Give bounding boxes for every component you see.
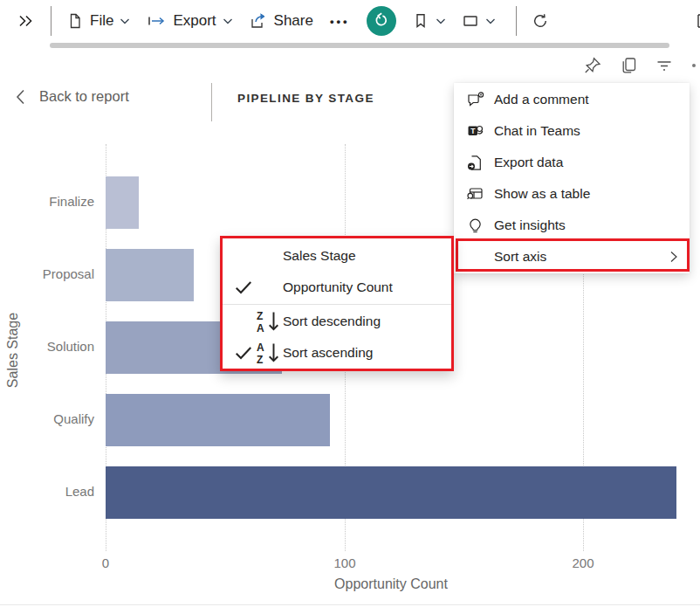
collapse-toolbar-button[interactable]	[9, 7, 44, 35]
back-to-report-label: Back to report	[39, 88, 129, 105]
double-chevron-right-icon	[17, 12, 35, 30]
svg-text:Z: Z	[257, 354, 263, 366]
clipped-more-options-icon[interactable]	[692, 64, 696, 67]
focus-mode-header: Back to report PIPELINE BY STAGE	[0, 83, 454, 123]
top-toolbar: File Export Share •••	[0, 0, 700, 42]
bookmark-icon	[412, 12, 429, 30]
reset-arrow-icon	[373, 12, 390, 30]
clipped-toolbar-icon[interactable]	[693, 12, 700, 30]
document-icon	[66, 12, 84, 30]
export-data-icon	[466, 154, 484, 172]
header-divider	[211, 83, 212, 121]
svg-text:A: A	[257, 341, 264, 354]
menu-item-label: Get insights	[494, 217, 566, 233]
comment-at-icon	[466, 91, 484, 109]
share-icon	[249, 12, 268, 30]
copy-visual-icon[interactable]	[619, 56, 638, 75]
bookmarks-button[interactable]	[404, 7, 454, 35]
y-axis-category-label: Solution	[0, 339, 94, 354]
menu-item-label: Export data	[494, 155, 563, 170]
submenu-item-sort-descending[interactable]: Z A Sort descending	[223, 306, 451, 337]
reset-to-default-button[interactable]	[367, 6, 396, 36]
x-axis-tick-label: 100	[327, 555, 362, 570]
menu-item-show-as-table[interactable]: Show as a table	[454, 178, 690, 210]
x-axis-title: Opportunity Count	[106, 576, 676, 592]
teams-icon: T	[466, 122, 484, 141]
menu-item-get-insights[interactable]: Get insights	[454, 210, 690, 241]
submenu-item-sales-stage[interactable]: Sales Stage	[223, 240, 451, 272]
chevron-down-icon	[120, 17, 130, 25]
x-axis-tick-label: 200	[566, 555, 600, 570]
share-button[interactable]: Share	[241, 7, 321, 35]
visual-title: PIPELINE BY STAGE	[237, 92, 374, 105]
submenu-item-label: Sort ascending	[283, 345, 373, 361]
pin-icon[interactable]	[583, 56, 602, 75]
chevron-right-icon	[667, 250, 681, 264]
visual-context-menu: Add a comment T Chat in Teams Export dat…	[454, 83, 690, 273]
export-arrow-icon	[146, 12, 167, 30]
more-options-button[interactable]: •••	[321, 10, 359, 33]
submenu-item-label: Sales Stage	[283, 248, 356, 264]
file-menu-label: File	[90, 12, 113, 30]
menu-item-export-data[interactable]: Export data	[454, 147, 690, 178]
y-axis-category-label: Lead	[0, 484, 94, 499]
export-menu-label: Export	[173, 12, 216, 30]
bar-proposal[interactable]	[106, 249, 194, 301]
bar-qualify[interactable]	[106, 394, 330, 446]
refresh-icon	[532, 12, 549, 30]
chevron-down-icon	[223, 17, 233, 25]
svg-text:A: A	[257, 322, 264, 335]
back-to-report-button[interactable]: Back to report	[16, 88, 129, 105]
toolbar-divider	[51, 6, 51, 36]
submenu-item-opportunity-count[interactable]: Opportunity Count	[223, 272, 451, 303]
submenu-item-label: Opportunity Count	[283, 279, 393, 295]
menu-item-chat-in-teams[interactable]: T Chat in Teams	[454, 115, 690, 147]
sort-descending-icon: Z A	[254, 308, 283, 335]
submenu-divider	[223, 304, 451, 305]
bar-finalize[interactable]	[106, 176, 139, 229]
visual-action-bar	[583, 56, 674, 75]
refresh-button[interactable]	[524, 7, 557, 35]
share-label: Share	[274, 12, 313, 30]
view-button[interactable]	[454, 7, 504, 35]
y-axis-category-label: Qualify	[0, 411, 94, 426]
file-menu-button[interactable]: File	[58, 7, 138, 35]
lightbulb-icon	[466, 217, 484, 235]
page-bottom-border	[0, 604, 700, 605]
toolbar-divider	[516, 6, 517, 36]
svg-text:Z: Z	[257, 310, 263, 322]
svg-text:T: T	[470, 126, 476, 135]
submenu-item-sort-ascending[interactable]: A Z Sort ascending	[223, 337, 451, 369]
menu-item-add-a-comment[interactable]: Add a comment	[454, 84, 690, 115]
menu-item-label: Add a comment	[494, 92, 589, 107]
menu-item-sort-axis[interactable]: Sort axis	[454, 241, 690, 272]
menu-item-label: Sort axis	[494, 249, 546, 265]
sort-ascending-icon: A Z	[254, 340, 283, 366]
menu-item-label: Show as a table	[494, 186, 590, 202]
checkmark-icon	[233, 342, 254, 363]
chevron-down-icon	[436, 17, 446, 25]
chevron-left-icon	[16, 89, 25, 105]
checkmark-icon	[233, 277, 254, 298]
y-axis-category-label: Proposal	[0, 266, 94, 281]
x-axis-tick-label: 0	[88, 555, 123, 570]
horizontal-scrollbar-thumb[interactable]	[50, 43, 669, 48]
sort-axis-submenu: Sales Stage Opportunity Count Z A Sort d…	[220, 236, 454, 371]
filter-icon[interactable]	[655, 56, 674, 75]
show-table-icon	[466, 185, 484, 203]
export-menu-button[interactable]: Export	[138, 7, 240, 35]
y-axis-category-label: Finalize	[0, 194, 94, 209]
submenu-item-label: Sort descending	[283, 314, 381, 329]
chevron-down-icon	[485, 17, 496, 25]
bar-lead[interactable]	[106, 466, 676, 519]
view-rectangle-icon	[462, 12, 479, 30]
menu-item-label: Chat in Teams	[494, 123, 580, 139]
